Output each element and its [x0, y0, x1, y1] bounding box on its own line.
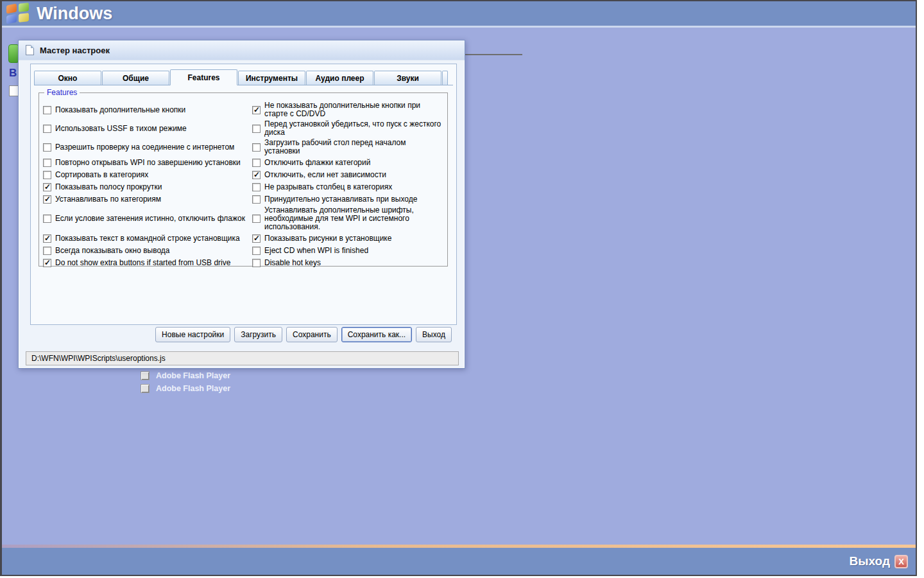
feature-row[interactable]: Перед установкой убедиться, что пуск с ж…: [252, 120, 443, 137]
windows-logo-icon: [6, 3, 31, 24]
checkbox-unchecked[interactable]: [252, 247, 261, 255]
checkbox-checked[interactable]: [252, 234, 261, 243]
checkbox-checked[interactable]: [43, 195, 51, 204]
checkbox-unchecked[interactable]: [43, 171, 51, 179]
top-brand-bar: Windows: [2, 1, 916, 28]
dialog-panel: ОкноОбщиеFeaturesИнструментыАудио плеерЗ…: [30, 64, 457, 325]
list-item[interactable]: Adobe Flash Player: [141, 382, 230, 395]
feature-row[interactable]: Disable hot keys: [252, 258, 443, 268]
checkbox-unchecked[interactable]: [252, 215, 261, 223]
status-bar: D:\WFN\WPI\WPIScripts\useroptions.js: [26, 351, 459, 365]
checkbox-label: Использовать USSF в тихом режиме: [55, 125, 187, 133]
feature-row[interactable]: Сортировать в категориях: [43, 170, 252, 180]
checkbox-checked[interactable]: [252, 106, 261, 114]
feature-row[interactable]: Не показывать дополнительные кнопки при …: [252, 101, 443, 118]
feature-row[interactable]: Если условие затенения истинно, отключит…: [43, 206, 252, 231]
tab-obshchie[interactable]: Общие: [102, 71, 169, 85]
checkbox-unchecked[interactable]: [141, 384, 150, 393]
checkbox-checked[interactable]: [43, 234, 51, 243]
checkbox-label: Eject CD when WPI is finished: [264, 247, 368, 255]
settings-dialog: Мастер настроек ОкноОбщиеFeaturesИнструм…: [18, 40, 465, 369]
feature-row[interactable]: Загрузить рабочий стол перед началом уст…: [252, 139, 443, 155]
windows-logo-pane: [6, 14, 17, 24]
background-checkbox[interactable]: [9, 85, 19, 96]
feature-row[interactable]: Показывать текст в командной строке уста…: [43, 233, 252, 243]
feature-row[interactable]: Всегда показывать окно вывода: [43, 245, 252, 256]
checkbox-label: Показывать полосу прокрутки: [55, 183, 162, 191]
save-button[interactable]: Сохранить: [286, 327, 338, 342]
checkbox-unchecked[interactable]: [43, 106, 51, 114]
checkbox-unchecked[interactable]: [43, 143, 51, 152]
feature-row[interactable]: Показывать дополнительные кнопки: [43, 101, 252, 118]
list-item-label: Adobe Flash Player: [156, 371, 230, 380]
checkbox-unchecked[interactable]: [141, 371, 150, 380]
checkbox-unchecked[interactable]: [43, 159, 51, 167]
checkbox-label: Устанавливать по категориям: [55, 195, 161, 204]
checkbox-unchecked[interactable]: [43, 125, 51, 133]
checkbox-checked[interactable]: [43, 183, 51, 191]
checkbox-label: Разрешить проверку на соединение с интер…: [55, 143, 234, 152]
feature-row[interactable]: Отключить флажки категорий: [252, 157, 443, 168]
status-path: D:\WFN\WPI\WPIScripts\useroptions.js: [31, 354, 166, 363]
checkbox-label: Повторно открывать WPI по завершению уст…: [55, 159, 241, 167]
checkbox-unchecked[interactable]: [43, 247, 51, 255]
feature-row[interactable]: Устанавливать дополнительные шрифты, нео…: [252, 206, 443, 231]
checkbox-unchecked[interactable]: [252, 195, 261, 204]
checkbox-checked[interactable]: [252, 171, 261, 179]
checkbox-label: Всегда показывать окно вывода: [55, 247, 170, 255]
feature-row[interactable]: Eject CD when WPI is finished: [252, 245, 443, 256]
features-group-label: Features: [44, 88, 80, 97]
background-divider-line: [465, 54, 522, 55]
features-grid: Показывать дополнительные кнопкиНе показ…: [39, 93, 447, 268]
tab-strip: ОкноОбщиеFeaturesИнструментыАудио плеерЗ…: [34, 69, 453, 85]
checkbox-unchecked[interactable]: [252, 143, 261, 152]
save-as-button[interactable]: Сохранить как...: [341, 327, 412, 342]
dialog-title-bar: Мастер настроек: [19, 40, 465, 60]
feature-row[interactable]: Показывать рисунки в установщике: [252, 233, 443, 243]
checkbox-label: Показывать текст в командной строке уста…: [55, 234, 240, 243]
windows-logo-pane: [19, 3, 29, 12]
checkbox-unchecked[interactable]: [43, 215, 51, 223]
windows-logo-pane: [6, 4, 17, 14]
features-group: Features Показывать дополнительные кнопк…: [38, 92, 448, 267]
tab-instrumenty[interactable]: Инструменты: [238, 71, 305, 85]
checkbox-label: Перед установкой убедиться, что пуск с ж…: [264, 120, 443, 137]
checkbox-label: Принудительно устанавливать при выходе: [264, 195, 417, 204]
feature-row[interactable]: Показывать полосу прокрутки: [43, 182, 252, 192]
new-settings-button[interactable]: Новые настройки: [155, 327, 230, 342]
tab-okno[interactable]: Окно: [34, 71, 101, 85]
feature-row[interactable]: Повторно открывать WPI по завершению уст…: [43, 157, 252, 168]
checkbox-unchecked[interactable]: [252, 159, 261, 167]
background-text-fragment: В: [9, 67, 17, 80]
tab-zvuki[interactable]: Звуки: [374, 71, 441, 85]
feature-row[interactable]: Do not show extra buttons if started fro…: [43, 258, 252, 268]
checkbox-label: Показывать рисунки в установщике: [264, 234, 391, 243]
close-icon[interactable]: X: [894, 555, 908, 568]
checkbox-label: Не разрывать столбец в категориях: [264, 183, 392, 191]
feature-row[interactable]: Устанавливать по категориям: [43, 194, 252, 204]
feature-row[interactable]: Не разрывать столбец в категориях: [252, 182, 443, 192]
tab-features[interactable]: Features: [170, 69, 237, 85]
feature-row[interactable]: Принудительно устанавливать при выходе: [252, 194, 443, 204]
checkbox-label: Сортировать в категориях: [55, 171, 148, 179]
dialog-title: Мастер настроек: [40, 46, 110, 55]
checkbox-label: Отключить флажки категорий: [264, 159, 370, 167]
exit-button[interactable]: Выход: [416, 327, 452, 342]
checkbox-unchecked[interactable]: [252, 259, 261, 267]
checkbox-unchecked[interactable]: [252, 183, 261, 191]
load-button[interactable]: Загрузить: [234, 327, 282, 342]
feature-row[interactable]: Отключить, если нет зависимости: [252, 170, 443, 180]
windows-wordmark: Windows: [37, 4, 112, 24]
checkbox-label: Do not show extra buttons if started fro…: [55, 259, 230, 267]
tab-audio-player[interactable]: Аудио плеер: [306, 71, 373, 85]
exit-label[interactable]: Выход: [850, 554, 890, 568]
checkbox-unchecked[interactable]: [252, 125, 261, 133]
feature-row[interactable]: Использовать USSF в тихом режиме: [43, 120, 252, 137]
checkbox-label: Показывать дополнительные кнопки: [55, 106, 185, 114]
checkbox-label: Не показывать дополнительные кнопки при …: [264, 101, 443, 118]
checkbox-checked[interactable]: [43, 259, 51, 267]
list-item[interactable]: Adobe Flash Player: [141, 369, 230, 382]
feature-row[interactable]: Разрешить проверку на соединение с интер…: [43, 139, 252, 155]
background-app-list: Adobe Flash PlayerAdobe Flash Player: [141, 369, 230, 395]
checkbox-label: Disable hot keys: [264, 259, 321, 267]
